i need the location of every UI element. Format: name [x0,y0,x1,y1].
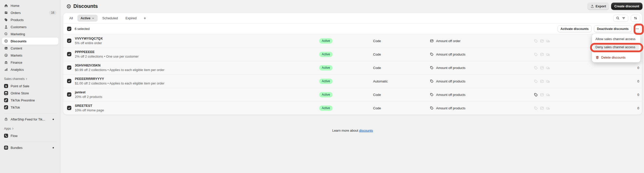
sidebar-item-point-of-sale[interactable]: $Point of Sale [2,82,58,90]
sidebar-item-content[interactable]: Content [2,45,58,52]
tab-expired[interactable]: Expired [122,15,140,22]
tabs-row: AllActiveScheduledExpired + [63,13,642,24]
discount-summary: 2% off 2 collections • One use per custo… [75,54,166,59]
sidebar-item-label: Products [11,18,24,22]
combines-order-icon [540,52,544,57]
row-checkbox[interactable] [67,106,71,110]
trash-icon [595,56,599,59]
deactivate-discounts-button[interactable]: Deactivate discounts [594,25,632,32]
menu-item-delete-discounts[interactable]: Delete discounts [593,54,639,61]
bulk-actions: Activate discounts Deactivate discounts [557,25,641,32]
tab-label: All [69,16,73,20]
type-label: Amount off products [436,93,465,97]
sidebar-item-label: Discounts [11,39,27,43]
tag-icon [430,66,434,70]
row-checkbox-cell [63,65,75,70]
row-checkbox[interactable] [67,65,71,70]
sidebar-item-label: Content [11,46,22,50]
used-count: 0 [622,66,642,70]
combines-shipping-icon [546,39,550,43]
sidebar-item-label: Online Store [11,91,29,95]
tab-active[interactable]: Active [77,15,98,22]
flow-icon [4,134,8,138]
add-view-button[interactable]: + [142,15,148,21]
check-icon [68,53,71,56]
sidebar-item-bundles[interactable]: Bundles [2,144,58,151]
check-icon [68,93,71,96]
order-icon [430,39,434,43]
discounts-icon [4,39,8,43]
combines-shipping-icon [546,52,550,57]
sidebar-item-marketing[interactable]: Marketing [2,30,58,38]
sidebar-section-apps[interactable]: Apps [2,125,58,132]
discounts-help-link[interactable]: discounts [359,129,373,132]
sidebar-item-discounts[interactable]: Discounts [2,38,58,45]
tag-icon [430,106,434,110]
used-count: 0 [622,93,642,97]
sidebar-item-home[interactable]: Home [2,2,58,9]
markets-icon: $ [4,53,8,57]
combines-order-icon [540,106,544,110]
discount-title: PEEEERRRRYYYY [75,77,319,81]
header-actions: Export Create discount [587,3,642,10]
discount-title: jantest [75,90,319,94]
sort-button[interactable] [631,15,640,22]
menu-item-allow-sales-channel-access[interactable]: Allow sales channel access [593,35,639,42]
status-badge: Active [319,79,333,84]
more-actions-button[interactable] [634,25,641,32]
activate-discounts-button[interactable]: Activate discounts [557,25,592,32]
sidebar-item-flow[interactable]: Flow [2,132,58,139]
table-row[interactable]: VVVYWYSQC7QX5% off entire orderActiveCod… [63,34,642,48]
type-cell: Amount off products [430,93,534,97]
sidebar-item-tiktok-preonline[interactable]: TikTok Preonline [2,97,58,104]
table-row[interactable]: 3GHVH82V35KN$0.99 off 2 collections • Ap… [63,61,642,75]
combinations-cell [534,93,622,97]
store-icon [4,91,8,95]
check-icon [68,39,71,42]
status-cell: Active [319,106,373,111]
notification-dot [53,119,54,120]
method-cell: Code [373,106,430,110]
sidebar-item-online-store[interactable]: Online Store [2,90,58,97]
tab-label: Expired [125,16,137,20]
sidebar-item-tiktok[interactable]: TikTok [2,104,58,111]
sidebar-item-orders[interactable]: Orders16 [2,9,58,16]
discount-summary: $0.99 off 2 collections • Applies to eac… [75,68,166,72]
search-and-filter-button[interactable] [613,15,628,22]
sidebar-item-aftership-feed-for-tik[interactable]: AfterShip Feed for Tik... [2,116,58,123]
sidebar-item-customers[interactable]: Customers [2,23,58,30]
menu-item-deny-sales-channel-access[interactable]: Deny sales channel access [593,43,639,50]
method-cell: Code [373,53,430,56]
sidebar: HomeOrders16ProductsCustomersMarketingDi… [0,0,61,173]
row-checkbox[interactable] [67,52,71,56]
table-row[interactable]: jantest20% off 2 productsActiveCodeAmoun… [63,88,642,101]
finance-icon [4,60,8,64]
sidebar-item-label: Customers [11,25,27,29]
create-discount-button[interactable]: Create discount [611,3,642,10]
sidebar-item-analytics[interactable]: Analytics [2,66,58,73]
row-checkbox[interactable] [67,92,71,97]
bundles-icon [4,146,8,150]
used-count: 0 [622,79,642,83]
export-button[interactable]: Export [587,3,609,10]
sidebar-item-markets[interactable]: $Markets [2,52,58,59]
row-checkbox[interactable] [67,79,71,83]
tab-label: Scheduled [102,16,118,20]
row-checkbox[interactable] [67,39,71,43]
tab-all[interactable]: All [66,15,76,22]
discount-summary: 10% off Home page [75,108,166,112]
tab-scheduled[interactable]: Scheduled [99,15,121,22]
sidebar-section-sales-channels[interactable]: Sales channels [2,75,58,82]
tabs: AllActiveScheduledExpired [66,15,140,22]
tab-label: Active [80,16,90,20]
sidebar-item-finance[interactable]: Finance [2,59,58,66]
table-row[interactable]: PPPPEEEEE2% off 2 collections • One use … [63,48,642,61]
table-row[interactable]: PEEEERRRRYYYY$1.00 off 2 collections • A… [63,75,642,88]
type-label: Amount off products [436,66,465,70]
table-row[interactable]: SREETEST10% off Home pageActiveCodeAmoun… [63,101,642,115]
select-all-checkbox[interactable] [67,27,71,31]
row-checkbox-cell [63,52,75,57]
sidebar-item-products[interactable]: Products [2,16,58,23]
type-cell: Amount off products [430,106,534,110]
sidebar-item-label: Finance [11,61,22,64]
